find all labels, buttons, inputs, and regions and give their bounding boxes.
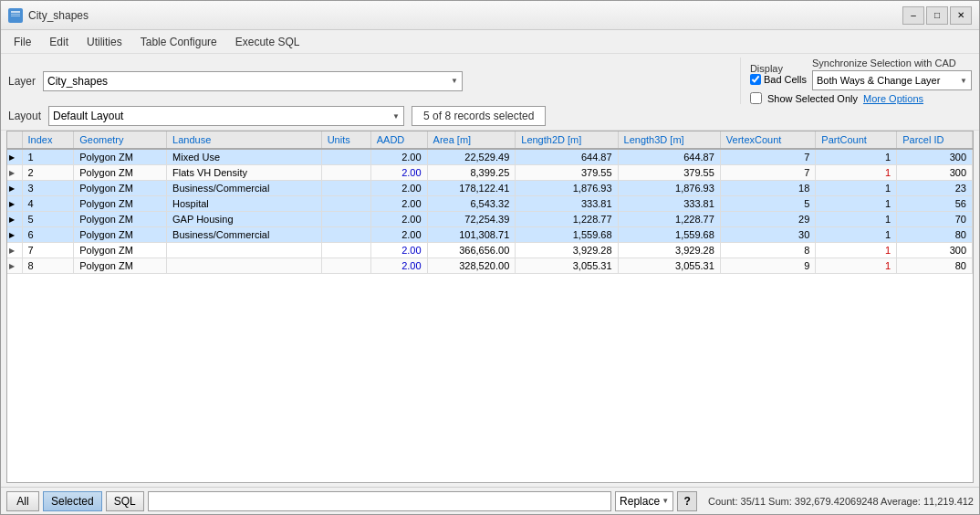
title-bar: City_shapes – □ ✕ — [1, 1, 979, 30]
row-expand-arrow[interactable]: ▶ — [7, 196, 22, 212]
cell-vertexcount: 29 — [720, 212, 815, 227]
all-button[interactable]: All — [6, 491, 39, 511]
cell-index: 1 — [22, 149, 74, 165]
row-expand-arrow[interactable]: ▶ — [7, 243, 22, 258]
cell-aadd: 2.00 — [370, 243, 427, 258]
right-panel-top: Display Bad Cells Synchronize Selection … — [750, 58, 972, 90]
selected-button[interactable]: Selected — [43, 491, 102, 511]
cell-partcount: 1 — [816, 165, 897, 181]
col-partcount[interactable]: PartCount — [816, 131, 897, 149]
cell-area: 101,308.71 — [427, 227, 516, 243]
cell-length2d: 1,876.93 — [516, 181, 618, 196]
data-table: Index Geometry Landuse Units AADD Area [… — [7, 131, 973, 274]
menu-edit[interactable]: Edit — [40, 32, 78, 52]
replace-combo[interactable]: Replace ▼ — [615, 491, 673, 511]
cell-vertexcount: 8 — [720, 243, 815, 258]
cell-index: 6 — [22, 227, 74, 243]
help-button[interactable]: ? — [677, 491, 697, 511]
layout-combo[interactable]: Default Layout ▼ — [48, 106, 404, 126]
cell-partcount: 1 — [816, 212, 897, 227]
cell-partcount: 1 — [816, 258, 897, 274]
bad-cells-label: Bad Cells — [764, 74, 807, 85]
row-expand-arrow[interactable]: ▶ — [7, 181, 22, 196]
cell-length2d: 644.87 — [516, 149, 618, 165]
sql-input-wrapper: Replace ▼ — [148, 491, 673, 511]
cell-parcelid: 56 — [897, 196, 973, 212]
menu-file[interactable]: File — [5, 32, 40, 52]
cell-length2d: 3,929.28 — [516, 243, 618, 258]
layout-value: Default Layout — [53, 110, 123, 122]
table-row[interactable]: ▶5Polygon ZMGAP Housing2.0072,254.391,22… — [7, 212, 973, 227]
cell-length3d: 1,228.77 — [618, 212, 720, 227]
cell-vertexcount: 9 — [720, 258, 815, 274]
cell-landuse: GAP Housing — [167, 212, 322, 227]
row-expand-arrow[interactable]: ▶ — [7, 227, 22, 243]
table-row[interactable]: ▶7Polygon ZM2.00366,656.003,929.283,929.… — [7, 243, 973, 258]
sync-group: Synchronize Selection with CAD Both Ways… — [812, 58, 972, 90]
cell-aadd: 2.00 — [370, 258, 427, 274]
cell-length3d: 333.81 — [618, 196, 720, 212]
menu-table-configure[interactable]: Table Configure — [131, 32, 226, 52]
sync-label: Synchronize Selection with CAD — [812, 58, 972, 68]
cell-parcelid: 300 — [897, 165, 973, 181]
right-controls: Display Bad Cells Synchronize Selection … — [740, 58, 972, 104]
show-selected-label: Show Selected Only — [767, 93, 858, 104]
bad-cells-checkbox[interactable] — [750, 74, 761, 85]
cell-units — [321, 212, 370, 227]
cell-index: 8 — [22, 258, 74, 274]
table-row[interactable]: ▶3Polygon ZMBusiness/Commercial2.00178,1… — [7, 181, 973, 196]
table-row[interactable]: ▶8Polygon ZM2.00328,520.003,055.313,055.… — [7, 258, 973, 274]
table-row[interactable]: ▶4Polygon ZMHospital2.006,543.32333.8133… — [7, 196, 973, 212]
cell-length2d: 3,055.31 — [516, 258, 618, 274]
cell-length2d: 379.55 — [516, 165, 618, 181]
row-expand-arrow[interactable]: ▶ — [7, 165, 22, 181]
layer-combo-arrow: ▼ — [451, 77, 458, 85]
cell-length3d: 3,929.28 — [618, 243, 720, 258]
cell-geometry: Polygon ZM — [74, 212, 167, 227]
display-group: Display Bad Cells — [750, 63, 807, 85]
col-units[interactable]: Units — [321, 131, 370, 149]
cell-length3d: 1,876.93 — [618, 181, 720, 196]
cell-partcount: 1 — [816, 227, 897, 243]
cell-landuse: Flats VH Density — [167, 165, 322, 181]
more-options-link[interactable]: More Options — [863, 93, 923, 104]
sql-button[interactable]: SQL — [106, 491, 144, 511]
col-length3d[interactable]: Length3D [m] — [618, 131, 720, 149]
row-expand-arrow[interactable]: ▶ — [7, 258, 22, 274]
row-expand-arrow[interactable]: ▶ — [7, 212, 22, 227]
cell-aadd: 2.00 — [370, 212, 427, 227]
sql-input[interactable] — [148, 491, 611, 511]
menu-utilities[interactable]: Utilities — [78, 32, 131, 52]
menu-execute-sql[interactable]: Execute SQL — [226, 32, 309, 52]
col-geometry[interactable]: Geometry — [74, 131, 167, 149]
maximize-button[interactable]: □ — [926, 6, 948, 25]
layer-combo[interactable]: City_shapes ▼ — [43, 71, 463, 91]
table-row[interactable]: ▶6Polygon ZMBusiness/Commercial2.00101,3… — [7, 227, 973, 243]
cell-units — [321, 258, 370, 274]
cell-landuse: Business/Commercial — [167, 181, 322, 196]
minimize-button[interactable]: – — [902, 6, 924, 25]
col-parcelid[interactable]: Parcel ID — [897, 131, 973, 149]
col-vertexcount[interactable]: VertexCount — [720, 131, 815, 149]
cell-vertexcount: 7 — [720, 165, 815, 181]
show-selected-checkbox[interactable] — [750, 92, 762, 104]
col-aadd[interactable]: AADD — [370, 131, 427, 149]
close-button[interactable]: ✕ — [950, 6, 972, 25]
table-row[interactable]: ▶2Polygon ZMFlats VH Density2.008,399.25… — [7, 165, 973, 181]
svg-rect-2 — [11, 14, 20, 15]
cell-parcelid: 80 — [897, 227, 973, 243]
row-expand-arrow[interactable]: ▶ — [7, 149, 22, 165]
cell-partcount: 1 — [816, 181, 897, 196]
cell-area: 366,656.00 — [427, 243, 516, 258]
cell-vertexcount: 7 — [720, 149, 815, 165]
cell-area: 72,254.39 — [427, 212, 516, 227]
col-landuse[interactable]: Landuse — [167, 131, 322, 149]
main-window: City_shapes – □ ✕ File Edit Utilities Ta… — [0, 0, 980, 515]
title-bar-left: City_shapes — [8, 8, 89, 23]
table-container[interactable]: Index Geometry Landuse Units AADD Area [… — [6, 131, 974, 483]
table-row[interactable]: ▶1Polygon ZMMixed Use2.0022,529.49644.87… — [7, 149, 973, 165]
sync-combo[interactable]: Both Ways & Change Layer ▼ — [812, 70, 972, 90]
col-length2d[interactable]: Length2D [m] — [516, 131, 618, 149]
col-area[interactable]: Area [m] — [427, 131, 516, 149]
col-index[interactable]: Index — [22, 131, 74, 149]
